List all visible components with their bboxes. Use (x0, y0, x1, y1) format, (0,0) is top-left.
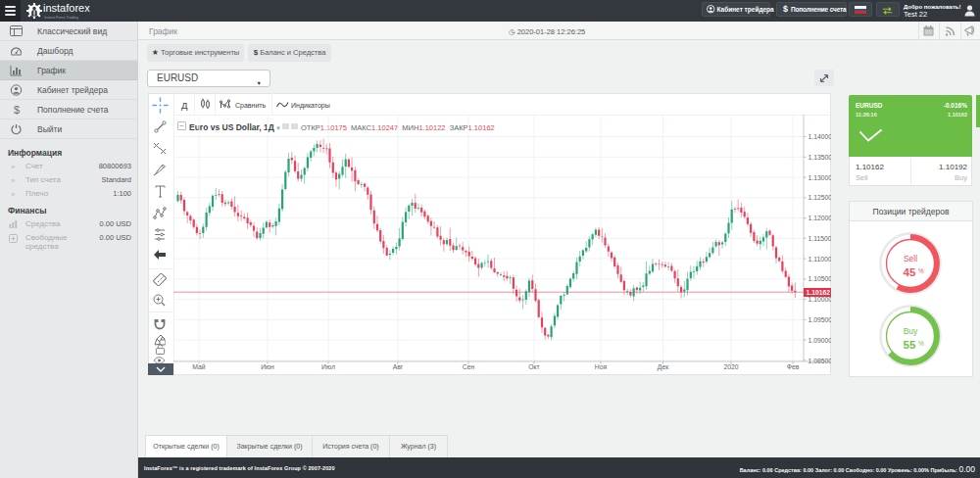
svg-text:2020: 2020 (723, 363, 738, 370)
svg-text:Sell: Sell (904, 254, 917, 263)
svg-text:Май: Май (192, 363, 206, 370)
svg-text:1.12000: 1.12000 (808, 215, 832, 221)
svg-text:$: $ (14, 104, 20, 116)
svg-text:Авг: Авг (393, 363, 404, 370)
svg-text:%: % (918, 340, 924, 347)
svg-text:Сен: Сен (463, 363, 475, 370)
svg-text:1.11500: 1.11500 (808, 235, 832, 242)
svg-text:1.10500: 1.10500 (808, 275, 832, 282)
svg-text:1.08500: 1.08500 (808, 358, 832, 364)
svg-text:55: 55 (904, 339, 916, 351)
svg-text:45: 45 (904, 266, 916, 278)
svg-text:Buy: Buy (904, 326, 918, 336)
svg-text:1.09000: 1.09000 (808, 337, 832, 344)
svg-text:1.11000: 1.11000 (808, 256, 832, 263)
svg-text:1.13500: 1.13500 (808, 154, 832, 161)
svg-text:1.12500: 1.12500 (808, 194, 832, 201)
svg-text:1.10000: 1.10000 (808, 296, 832, 303)
svg-text:Июн: Июн (261, 363, 274, 370)
svg-text:Июл: Июл (321, 363, 335, 370)
svg-text:1.10162: 1.10162 (807, 289, 831, 296)
svg-text:1.14000: 1.14000 (808, 133, 832, 140)
svg-text:Дек: Дек (658, 363, 668, 371)
svg-text:Окт: Окт (528, 363, 539, 370)
svg-text:1.09500: 1.09500 (808, 316, 832, 323)
svg-text:%: % (918, 267, 924, 274)
svg-text:Фев: Фев (787, 363, 800, 370)
svg-text:1.13000: 1.13000 (808, 174, 832, 181)
svg-text:Ноя: Ноя (595, 363, 608, 370)
